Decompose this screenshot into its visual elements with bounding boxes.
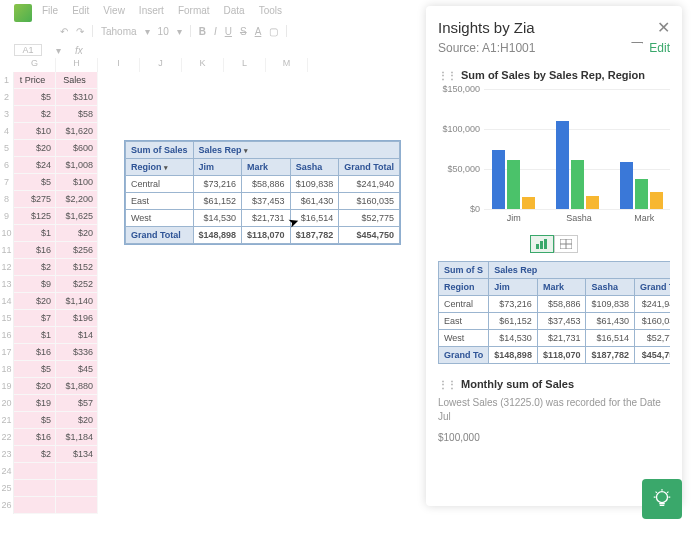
cell-price[interactable]: $19	[14, 395, 56, 412]
cell-price[interactable]: $20	[14, 140, 56, 157]
chart-bar[interactable]	[586, 196, 599, 209]
col-header-sales[interactable]: Sales	[56, 72, 98, 89]
cell-sales[interactable]: $1,140	[56, 293, 98, 310]
chevron-down-icon[interactable]: ▾	[56, 45, 61, 56]
chart-bar[interactable]	[522, 197, 535, 209]
column-header[interactable]: G	[14, 58, 56, 72]
column-header[interactable]: L	[224, 58, 266, 72]
menu-file[interactable]: File	[42, 5, 58, 16]
row-number[interactable]: 21	[0, 412, 14, 429]
cell-sales[interactable]: $100	[56, 174, 98, 191]
row-number[interactable]: 26	[0, 497, 14, 514]
cell-sales[interactable]: $600	[56, 140, 98, 157]
cell-sales[interactable]: $1,184	[56, 429, 98, 446]
cell-price[interactable]: $20	[14, 293, 56, 310]
row-number[interactable]: 14	[0, 293, 14, 310]
table-view-button[interactable]	[554, 235, 578, 253]
pivot-table-floating[interactable]: Sum of Sales Sales Rep▾ Region▾ Jim Mark…	[124, 140, 401, 245]
fill-color-button[interactable]: ▢	[269, 26, 278, 37]
cell-price[interactable]: $5	[14, 361, 56, 378]
menu-data[interactable]: Data	[224, 5, 245, 16]
cell-price[interactable]: $20	[14, 378, 56, 395]
chevron-down-icon[interactable]: ▾	[177, 26, 182, 37]
menu-insert[interactable]: Insert	[139, 5, 164, 16]
chart-bar[interactable]	[556, 121, 569, 209]
cell-price[interactable]	[14, 480, 56, 497]
cell-sales[interactable]: $256	[56, 242, 98, 259]
cell-price[interactable]: $5	[14, 412, 56, 429]
cell-sales[interactable]: $20	[56, 225, 98, 242]
cell-price[interactable]: $16	[14, 344, 56, 361]
row-number[interactable]: 11	[0, 242, 14, 259]
row-number[interactable]: 5	[0, 140, 14, 157]
col-header-price[interactable]: t Price	[14, 72, 56, 89]
cell-price[interactable]: $5	[14, 174, 56, 191]
chart-bar[interactable]	[571, 160, 584, 209]
cell-sales[interactable]	[56, 480, 98, 497]
cell-sales[interactable]: $152	[56, 259, 98, 276]
font-family[interactable]: Tahoma	[101, 26, 137, 37]
chart-bar[interactable]	[507, 160, 520, 209]
cell-sales[interactable]: $196	[56, 310, 98, 327]
row-number[interactable]: 17	[0, 344, 14, 361]
cell-price[interactable]: $7	[14, 310, 56, 327]
drag-handle-icon[interactable]: ⋮⋮	[438, 379, 456, 390]
cell-sales[interactable]	[56, 463, 98, 480]
name-box[interactable]: A1	[14, 44, 42, 56]
cell-sales[interactable]: $2,200	[56, 191, 98, 208]
font-size[interactable]: 10	[158, 26, 169, 37]
menu-edit[interactable]: Edit	[72, 5, 89, 16]
row-number[interactable]: 19	[0, 378, 14, 395]
cell-price[interactable]: $16	[14, 429, 56, 446]
row-number[interactable]: 22	[0, 429, 14, 446]
bold-button[interactable]: B	[199, 26, 206, 37]
cell-price[interactable]: $16	[14, 242, 56, 259]
dropdown-icon[interactable]: ▾	[164, 164, 168, 171]
underline-button[interactable]: U	[225, 26, 232, 37]
cell-sales[interactable]: $310	[56, 89, 98, 106]
chart-bar[interactable]	[492, 150, 505, 209]
chart-bar[interactable]	[635, 179, 648, 209]
strike-button[interactable]: S	[240, 26, 247, 37]
row-number[interactable]: 4	[0, 123, 14, 140]
row-number[interactable]: 6	[0, 157, 14, 174]
cell-price[interactable]: $1	[14, 327, 56, 344]
row-number[interactable]: 20	[0, 395, 14, 412]
cell-price[interactable]	[14, 463, 56, 480]
cell-price[interactable]: $275	[14, 191, 56, 208]
filter-icon[interactable]	[631, 42, 643, 54]
cell-sales[interactable]: $20	[56, 412, 98, 429]
chart-bar[interactable]	[650, 192, 663, 209]
cell-sales[interactable]: $1,625	[56, 208, 98, 225]
cell-price[interactable]: $10	[14, 123, 56, 140]
cell-price[interactable]: $2	[14, 106, 56, 123]
row-number[interactable]: 9	[0, 208, 14, 225]
column-header[interactable]: H	[56, 58, 98, 72]
cell-price[interactable]: $125	[14, 208, 56, 225]
dropdown-icon[interactable]: ▾	[244, 147, 248, 154]
cell-price[interactable]: $1	[14, 225, 56, 242]
cell-price[interactable]: $24	[14, 157, 56, 174]
text-color-button[interactable]: A	[255, 26, 262, 37]
drag-handle-icon[interactable]: ⋮⋮	[438, 70, 456, 81]
cell-sales[interactable]: $336	[56, 344, 98, 361]
cell-sales[interactable]: $252	[56, 276, 98, 293]
cell-price[interactable]: $9	[14, 276, 56, 293]
cell-sales[interactable]: $57	[56, 395, 98, 412]
menu-tools[interactable]: Tools	[259, 5, 282, 16]
chart-view-button[interactable]	[530, 235, 554, 253]
cell-price[interactable]: $2	[14, 259, 56, 276]
row-number[interactable]: 13	[0, 276, 14, 293]
column-header[interactable]: I	[98, 58, 140, 72]
cell-price[interactable]: $2	[14, 446, 56, 463]
row-number[interactable]: 16	[0, 327, 14, 344]
row-number[interactable]: 18	[0, 361, 14, 378]
cell-sales[interactable]: $134	[56, 446, 98, 463]
row-number[interactable]: 15	[0, 310, 14, 327]
column-header[interactable]: K	[182, 58, 224, 72]
panel-pivot-table[interactable]: Sum of S Sales Rep Region Jim Mark Sasha…	[438, 261, 670, 364]
row-number[interactable]: 8	[0, 191, 14, 208]
cell-sales[interactable]: $1,620	[56, 123, 98, 140]
cell-sales[interactable]: $45	[56, 361, 98, 378]
cell-sales[interactable]	[56, 497, 98, 514]
